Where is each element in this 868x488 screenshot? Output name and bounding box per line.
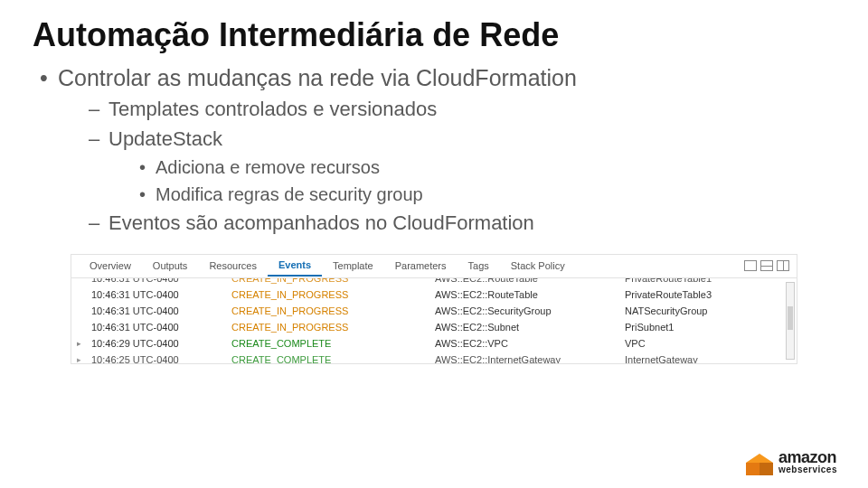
bullet-events-tracked: Eventos são acompanhados no CloudFormati… [89,208,835,238]
bullet-text: Controlar as mudanças na rede via CloudF… [58,65,577,90]
bullet-templates: Templates controlados e versionados [89,94,835,124]
expand-caret-icon[interactable]: ▸ [77,339,81,348]
logo-sub: webservices [778,465,837,474]
tab-resources[interactable]: Resources [198,256,268,276]
event-status: CREATE_IN_PROGRESS [231,278,435,284]
event-time: 10:46:31 UTC-0400 [91,289,231,300]
tab-events[interactable]: Events [268,255,322,277]
event-logical-id: VPC [625,338,646,349]
tab-bar: Overview Outputs Resources Events Templa… [71,255,797,278]
bullet-modify-sg: Modifica regras de security group [139,181,835,208]
event-type: AWS::EC2::VPC [435,338,625,349]
bullet-add-remove: Adiciona e remove recursos [139,154,835,181]
tab-outputs[interactable]: Outputs [142,256,199,276]
event-status: CREATE_COMPLETE [231,354,435,363]
scrollbar-thumb[interactable] [788,306,793,330]
event-row[interactable]: ▸10:46:25 UTC-0400CREATE_COMPLETEAWS::EC… [71,352,782,363]
event-logical-id: PrivateRouteTable3 [625,289,712,300]
event-time: 10:46:29 UTC-0400 [91,338,231,349]
event-row[interactable]: 10:46:31 UTC-0400CREATE_IN_PROGRESSAWS::… [71,303,782,319]
event-row[interactable]: 10:46:31 UTC-0400CREATE_IN_PROGRESSAWS::… [71,278,782,286]
slide-title: Automação Intermediária de Rede [33,16,835,54]
event-type: AWS::EC2::Subnet [435,322,625,333]
event-status: CREATE_IN_PROGRESS [231,289,435,300]
event-list: 10:46:31 UTC-0400CREATE_IN_PROGRESSAWS::… [71,278,797,363]
expand-caret-icon[interactable]: ▸ [77,355,81,363]
tab-template[interactable]: Template [322,256,384,276]
event-logical-id: NATSecurityGroup [625,305,708,316]
event-time: 10:46:31 UTC-0400 [91,322,231,333]
event-row[interactable]: 10:46:31 UTC-0400CREATE_IN_PROGRESSAWS::… [71,286,782,303]
tab-parameters[interactable]: Parameters [384,256,458,276]
event-row[interactable]: 10:46:31 UTC-0400CREATE_IN_PROGRESSAWS::… [71,319,782,335]
aws-cube-icon [746,448,773,475]
event-type: AWS::EC2::RouteTable [435,289,625,300]
layout-single-icon[interactable] [744,260,757,271]
event-logical-id: InternetGateway [625,354,698,363]
panel-layout-icons [744,260,789,271]
event-time: 10:46:31 UTC-0400 [91,305,231,316]
event-logical-id: PriSubnet1 [625,322,674,333]
event-time: 10:46:25 UTC-0400 [91,354,231,363]
event-status: CREATE_COMPLETE [231,338,435,349]
tab-stack-policy[interactable]: Stack Policy [500,256,576,276]
tab-tags[interactable]: Tags [458,256,500,276]
event-time: 10:46:31 UTC-0400 [91,278,231,284]
event-type: AWS::EC2::RouteTable [435,278,625,284]
event-type: AWS::EC2::SecurityGroup [435,305,625,316]
bullet-control-changes: Controlar as mudanças na rede via CloudF… [40,63,835,238]
layout-split-h-icon[interactable] [760,260,773,271]
cloudformation-events-panel: Overview Outputs Resources Events Templa… [71,254,797,364]
event-logical-id: PrivateRouteTable1 [625,278,712,284]
event-type: AWS::EC2::InternetGateway [435,354,625,363]
tab-overview[interactable]: Overview [79,256,142,276]
layout-split-v-icon[interactable] [777,260,789,271]
bullet-text: UpdateStack [108,127,222,150]
bullet-updatestack: UpdateStack Adiciona e remove recursos M… [89,124,835,208]
scrollbar[interactable] [786,282,795,360]
logo-brand: amazon [778,450,837,465]
event-status: CREATE_IN_PROGRESS [231,305,435,316]
aws-logo: amazon webservices [746,448,837,475]
event-row[interactable]: ▸10:46:29 UTC-0400CREATE_COMPLETEAWS::EC… [71,335,782,352]
event-status: CREATE_IN_PROGRESS [231,322,435,333]
